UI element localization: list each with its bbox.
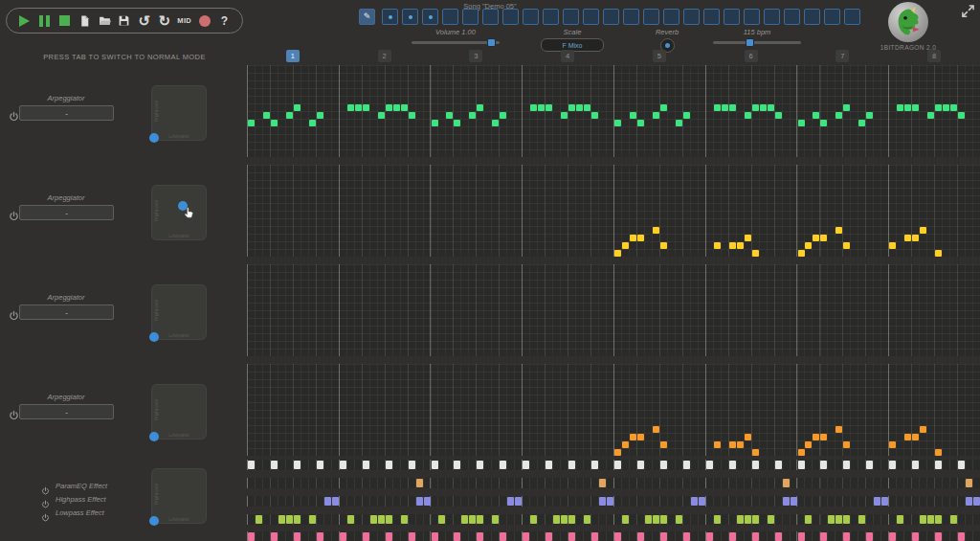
drum-step-cell[interactable]	[645, 515, 652, 524]
drum-step-cell[interactable]	[546, 532, 552, 541]
note-cell[interactable]	[477, 104, 483, 111]
note-cell[interactable]	[492, 120, 499, 126]
note-cell[interactable]	[889, 242, 896, 249]
drum-step-cell[interactable]	[500, 532, 506, 541]
drum-2-tan-grid[interactable]	[247, 478, 980, 488]
note-cell[interactable]	[843, 242, 850, 249]
note-cell[interactable]	[950, 104, 957, 111]
drum-step-cell[interactable]	[523, 461, 529, 469]
drum-step-cell[interactable]	[874, 497, 880, 506]
note-cell[interactable]	[912, 104, 919, 111]
drum-step-cell[interactable]	[553, 515, 560, 524]
arpeggiator-select[interactable]: -	[19, 304, 114, 320]
drum-step-cell[interactable]	[775, 461, 782, 469]
drum-step-cell[interactable]	[324, 497, 331, 506]
note-cell[interactable]	[813, 434, 819, 440]
drum-step-cell[interactable]	[591, 532, 598, 541]
drum-step-cell[interactable]	[768, 515, 774, 524]
drum-step-cell[interactable]	[683, 461, 690, 469]
note-cell[interactable]	[866, 112, 873, 119]
note-cell[interactable]	[653, 426, 659, 433]
scene-slot-8[interactable]	[523, 9, 539, 25]
drum-step-cell[interactable]	[835, 515, 842, 524]
section-button-6[interactable]: 6	[745, 50, 758, 62]
note-cell[interactable]	[935, 104, 942, 111]
note-cell[interactable]	[920, 227, 926, 234]
drum-step-cell[interactable]	[568, 532, 575, 541]
note-cell[interactable]	[729, 441, 736, 448]
note-cell[interactable]	[729, 104, 736, 111]
note-cell[interactable]	[935, 250, 942, 257]
bpm-slider[interactable]	[713, 41, 801, 44]
drum-step-cell[interactable]	[409, 461, 415, 469]
note-cell[interactable]	[538, 104, 545, 111]
play-button[interactable]	[16, 12, 33, 29]
drum-step-cell[interactable]	[958, 461, 965, 469]
drum-step-cell[interactable]	[416, 479, 423, 487]
note-cell[interactable]	[454, 120, 460, 126]
drum-step-cell[interactable]	[973, 497, 980, 506]
note-cell[interactable]	[363, 104, 369, 111]
note-cell[interactable]	[271, 120, 278, 126]
drum-step-cell[interactable]	[820, 461, 827, 469]
drum-step-cell[interactable]	[752, 515, 759, 524]
note-cell[interactable]	[927, 112, 934, 119]
note-cell[interactable]	[714, 242, 721, 249]
lane-1-green-grid[interactable]	[247, 65, 980, 157]
section-button-2[interactable]: 2	[378, 50, 391, 62]
note-cell[interactable]	[546, 104, 552, 111]
drum-step-cell[interactable]	[897, 515, 903, 524]
drum-step-cell[interactable]	[386, 515, 392, 524]
note-cell[interactable]	[409, 112, 415, 119]
note-cell[interactable]	[576, 104, 583, 111]
scene-slot-13[interactable]	[623, 9, 639, 25]
note-cell[interactable]	[737, 242, 744, 249]
drum-step-cell[interactable]	[660, 515, 667, 524]
xy-pad[interactable]: Highpass Lowpass	[151, 185, 207, 240]
edit-mode-button[interactable]: ✎	[359, 9, 375, 25]
note-cell[interactable]	[889, 441, 896, 448]
note-cell[interactable]	[630, 434, 636, 440]
note-cell[interactable]	[561, 112, 568, 119]
drum-step-cell[interactable]	[546, 461, 552, 469]
drum-step-cell[interactable]	[370, 515, 377, 524]
xy-pad-dot[interactable]	[178, 201, 188, 211]
drum-step-cell[interactable]	[294, 532, 301, 541]
new-file-button[interactable]	[77, 12, 93, 29]
xy-pad-dot[interactable]	[149, 432, 159, 441]
note-cell[interactable]	[469, 112, 476, 119]
drum-step-cell[interactable]	[706, 532, 713, 541]
note-cell[interactable]	[660, 104, 667, 111]
drum-step-cell[interactable]	[401, 515, 408, 524]
note-cell[interactable]	[355, 104, 362, 111]
arpeggiator-select[interactable]: -	[19, 205, 114, 220]
drum-step-cell[interactable]	[271, 461, 278, 469]
note-cell[interactable]	[294, 104, 301, 111]
note-cell[interactable]	[798, 250, 805, 257]
drum-step-cell[interactable]	[340, 461, 346, 469]
note-cell[interactable]	[920, 426, 926, 433]
note-cell[interactable]	[568, 104, 575, 111]
drum-step-cell[interactable]	[798, 461, 805, 469]
note-cell[interactable]	[760, 104, 767, 111]
note-cell[interactable]	[722, 104, 728, 111]
note-cell[interactable]	[714, 441, 721, 448]
note-cell[interactable]	[745, 434, 751, 440]
scene-slot-20[interactable]	[764, 9, 780, 25]
drum-step-cell[interactable]	[507, 497, 514, 506]
drum-step-cell[interactable]	[889, 461, 896, 469]
drum-step-cell[interactable]	[340, 532, 346, 541]
drum-step-cell[interactable]	[477, 532, 483, 541]
note-cell[interactable]	[630, 112, 636, 119]
xy-pad[interactable]: Highpass Lowpass	[151, 85, 207, 141]
drum-step-cell[interactable]	[309, 515, 316, 524]
drum-3-violet-grid[interactable]	[247, 496, 980, 507]
scene-slot-6[interactable]	[482, 9, 499, 25]
drum-step-cell[interactable]	[676, 515, 682, 524]
drum-step-cell[interactable]	[783, 497, 790, 506]
note-cell[interactable]	[614, 250, 621, 257]
note-cell[interactable]	[813, 235, 819, 241]
note-cell[interactable]	[820, 235, 827, 241]
note-cell[interactable]	[614, 449, 621, 456]
drum-step-cell[interactable]	[317, 461, 323, 469]
